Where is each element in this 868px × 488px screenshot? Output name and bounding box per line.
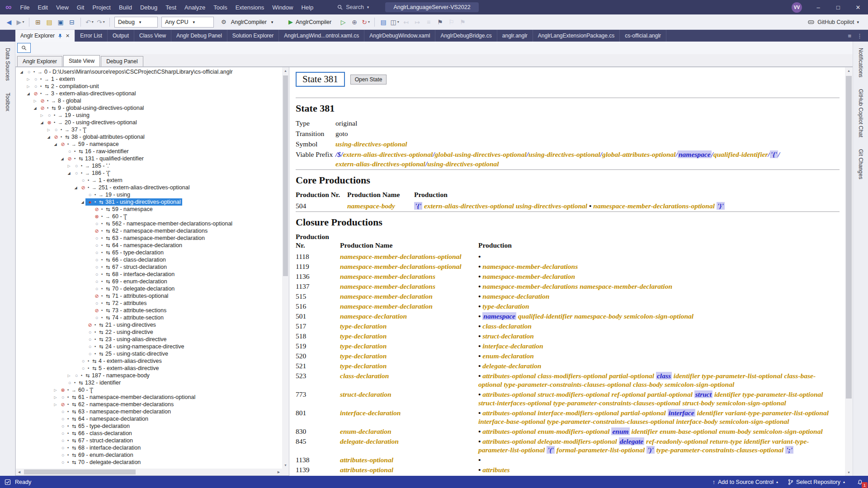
save-icon[interactable]: ▣ [55, 16, 66, 28]
hot-reload-icon[interactable]: ↻▾ [360, 16, 371, 28]
menu-view[interactable]: View [52, 0, 73, 14]
tree-item[interactable]: ⊘•⇆71 - attributes-optional [16, 292, 282, 300]
tree-item[interactable]: ▷○•⇆2 - compilation-unit [16, 83, 282, 90]
tree-item[interactable]: ○•⇆64 - namespace-declaration [16, 415, 282, 422]
tree-expander-icon[interactable]: ▷ [66, 164, 72, 168]
side-tab-github-copilot-chat[interactable]: GitHub Copilot Chat [858, 89, 864, 137]
doc-tab-anglrdebugwindow-xaml[interactable]: AnglrDebugWindow.xaml [364, 30, 435, 42]
side-tab-toolbox[interactable]: Toolbox [5, 93, 11, 111]
tree-item[interactable]: ○•⇆23 - using-alias-directive [16, 336, 282, 343]
tree-item[interactable]: ▷⊘•→8 - global [16, 97, 282, 104]
tree-vertical-scrollbar[interactable]: ▲ ▼ [282, 67, 289, 469]
next-bookmark-icon[interactable]: ⚑ [457, 16, 468, 28]
tree-item[interactable]: ○•⇆65 - type-declaration [16, 249, 282, 256]
scroll-up-icon[interactable]: ▲ [282, 67, 289, 74]
scroll-left-icon[interactable]: ◀ [16, 469, 23, 475]
tree-item[interactable]: ▷○•→185 - '.' [16, 162, 282, 169]
title-search[interactable]: Search ▾ [333, 3, 373, 12]
tree-item[interactable]: ○•⇆74 - attribute-section [16, 314, 282, 321]
split-view-icon[interactable]: ◫▾ [389, 16, 400, 28]
tree-item[interactable]: ○•⇆64 - namespace-declaration [16, 242, 282, 249]
nav-back-icon[interactable]: ◀ [4, 16, 14, 28]
undo-icon[interactable]: ↶▾ [84, 16, 95, 28]
tree-item[interactable]: ▷○•⇆187 - namespace-body [16, 372, 282, 379]
doc-tab-anglr-debug-panel[interactable]: Anglr Debug Panel [171, 30, 227, 42]
github-copilot-button[interactable]: GitHub Copilot ▾ [807, 19, 859, 26]
tree-item[interactable]: ▷○•→37 - '[' [16, 126, 282, 133]
scroll-down-icon[interactable]: ▼ [282, 462, 289, 469]
tree-item[interactable]: ○•⇆68 - interface-declaration [16, 271, 282, 278]
menu-test[interactable]: Test [161, 0, 180, 14]
scroll-down-icon[interactable]: ▼ [845, 469, 853, 476]
new-project-icon[interactable]: ⊞ [33, 16, 43, 28]
tree-item[interactable]: ▷○•⇆61 - namespace-member-declarations-o… [16, 394, 282, 401]
close-icon[interactable]: ✕ [66, 33, 70, 39]
menu-debug[interactable]: Debug [136, 0, 161, 14]
bookmark-icon[interactable]: ⚑ [434, 16, 445, 28]
tree-item[interactable]: ◢⊘•⇆9 - global-using-directives-optional [16, 104, 282, 112]
doc-tab-output[interactable]: Output [108, 30, 134, 42]
side-tab-data-sources[interactable]: Data Sources [5, 48, 11, 81]
tree-item[interactable]: ○•⇆67 - struct-declaration [16, 263, 282, 271]
tree-item[interactable]: ○•⇆67 - struct-declaration [16, 437, 282, 444]
tree-expander-icon[interactable]: ◢ [19, 70, 24, 74]
doc-tab-solution-explorer[interactable]: Solution Explorer [227, 30, 279, 42]
pin-icon[interactable] [58, 33, 62, 38]
tree-item[interactable]: ◢●•⇆381 - using-directives-optional [16, 198, 282, 206]
tree-item[interactable]: ○•→1 - extern [16, 177, 282, 184]
tree-item[interactable]: ○•⇆63 - namespace-member-declaration [16, 235, 282, 242]
tree-item[interactable]: ○•⇆70 - delegate-declaration [16, 459, 282, 466]
tree-expander-icon[interactable]: ◢ [73, 186, 79, 190]
tree-expander-icon[interactable]: ◢ [32, 106, 38, 110]
tree-item[interactable]: ◢⊘•→3 - extern-alias-directives-optional [16, 90, 282, 97]
menu-analyze[interactable]: Analyze [180, 0, 209, 14]
startup-profile-dropdown[interactable]: ⚙ AnglrCompiler▾ [217, 17, 281, 28]
tree-item[interactable]: ◢⊘•→59 - namespace [16, 141, 282, 148]
tree-horizontal-scrollbar[interactable]: ◀ ▶ [16, 469, 282, 475]
sub-tab-anglr-explorer[interactable]: Anglr Explorer [17, 56, 62, 66]
tree-item[interactable]: ○•⇆70 - delegate-declaration [16, 285, 282, 292]
navigate-forward-code-icon[interactable]: ↦ [412, 16, 423, 28]
menu-project[interactable]: Project [88, 0, 114, 14]
close-button[interactable]: ✕ [848, 0, 868, 14]
tree-item[interactable]: ○•⇆5 - extern-alias-directive [16, 365, 282, 372]
menu-tools[interactable]: Tools [209, 0, 231, 14]
tree-expander-icon[interactable]: ▷ [52, 388, 58, 392]
tree-expander-icon[interactable]: ◢ [66, 171, 72, 175]
select-repository-button[interactable]: Select Repository ▴ [788, 479, 845, 485]
tree-item[interactable]: ▷○•→19 - using [16, 112, 282, 119]
tree-item[interactable]: ○•⇆24 - using-namespace-directive [16, 343, 282, 350]
sub-tab-state-view[interactable]: State View [63, 55, 100, 66]
scroll-up-icon[interactable]: ▲ [845, 67, 853, 74]
doc-tab-anglrlangextensionpackage-cs[interactable]: AnglrLangExtensionPackage.cs [533, 30, 620, 42]
tree-search-input[interactable] [17, 43, 31, 53]
menu-git[interactable]: Git [73, 0, 89, 14]
menu-edit[interactable]: Edit [34, 0, 52, 14]
line-view-icon[interactable]: ≡ [423, 16, 434, 28]
notifications-button[interactable]: 1 [857, 479, 863, 485]
tree-item[interactable]: ⊘•⇆59 - namespace [16, 206, 282, 213]
tree-expander-icon[interactable]: ▷ [32, 99, 38, 103]
tree-item[interactable]: ▷⊗•→60 - '[' [16, 386, 282, 394]
tree-expander-icon[interactable]: ◢ [25, 92, 31, 96]
avatar[interactable]: VV [792, 2, 802, 13]
platform-dropdown[interactable]: Any CPU▾ [161, 17, 214, 28]
new-window-icon[interactable]: ▤ [378, 16, 389, 28]
tree-item[interactable]: ○•⇆25 - using-static-directive [16, 350, 282, 357]
add-to-source-control-button[interactable]: ↑ Add to Source Control ▴ [712, 479, 778, 485]
sub-tab-debug-panel[interactable]: Debug Panel [101, 56, 143, 66]
tab-options-icon[interactable]: ⋮ [857, 33, 863, 39]
tree-item[interactable]: ▷○•→1 - extern [16, 75, 282, 83]
tree-expander-icon[interactable]: ▷ [25, 84, 31, 89]
tree-item[interactable]: ▷⊘•⇆62 - namespace-member-declarations [16, 401, 282, 408]
tree-item[interactable]: ○•⇆16 - raw-identifier [16, 148, 282, 155]
menu-file[interactable]: File [16, 0, 34, 14]
tree-item[interactable]: ○•⇆68 - interface-declaration [16, 444, 282, 451]
scrollbar-thumb[interactable] [24, 469, 136, 474]
tree-item[interactable]: ○•⇆562 - namespace-member-declarations-o… [16, 220, 282, 227]
menu-window[interactable]: Window [268, 0, 297, 14]
tree-expander-icon[interactable]: ◢ [39, 121, 45, 125]
doc-tab-anglrlangwind-ontrol-xaml-cs[interactable]: AnglrLangWind...ontrol.xaml.cs [279, 30, 364, 42]
navigate-back-code-icon[interactable]: ↤ [401, 16, 411, 28]
tree-item[interactable]: ○•⇆69 - enum-declaration [16, 451, 282, 459]
